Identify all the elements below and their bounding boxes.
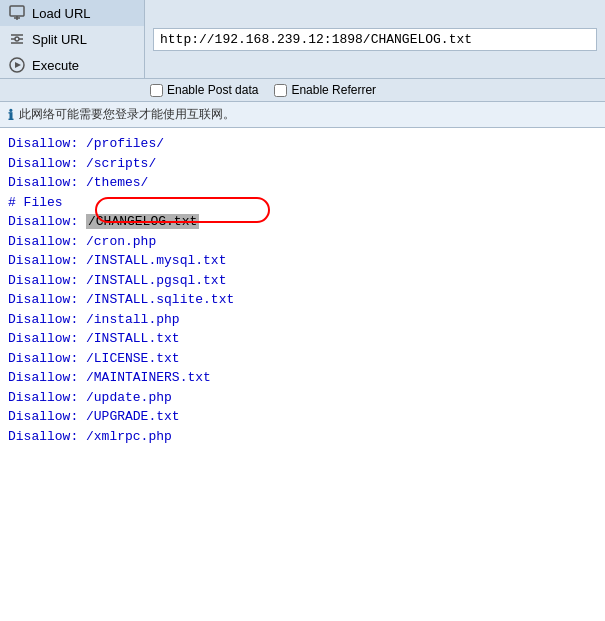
execute-icon <box>8 56 26 74</box>
info-message: 此网络可能需要您登录才能使用互联网。 <box>19 106 235 123</box>
app-container: Load URL Split URL <box>0 0 605 621</box>
svg-rect-0 <box>10 6 24 16</box>
url-input[interactable] <box>153 28 597 51</box>
content-line: Disallow: /profiles/ <box>8 134 597 154</box>
load-url-button[interactable]: Load URL <box>0 0 144 26</box>
content-line: Disallow: /xmlrpc.php <box>8 427 597 447</box>
split-url-button[interactable]: Split URL <box>0 26 144 52</box>
content-line: Disallow: /INSTALL.sqlite.txt <box>8 290 597 310</box>
toolbar: Load URL Split URL <box>0 0 605 79</box>
content-line: Disallow: /themes/ <box>8 173 597 193</box>
enable-post-data-checkbox[interactable] <box>150 84 163 97</box>
enable-referrer-text: Enable Referrer <box>291 83 376 97</box>
info-icon: ℹ <box>8 107 13 123</box>
svg-marker-5 <box>15 62 21 68</box>
content-line: Disallow: /CHANGELOG.txt <box>8 212 597 232</box>
content-line: Disallow: /UPGRADE.txt <box>8 407 597 427</box>
content-line: Disallow: /MAINTAINERS.txt <box>8 368 597 388</box>
url-area <box>145 0 605 78</box>
content-area: Disallow: /profiles/Disallow: /scripts/D… <box>0 128 605 621</box>
enable-referrer-checkbox[interactable] <box>274 84 287 97</box>
content-line: # Files <box>8 193 597 213</box>
content-line: Disallow: /LICENSE.txt <box>8 349 597 369</box>
highlighted-path: /CHANGELOG.txt <box>86 214 199 229</box>
content-line: Disallow: /install.php <box>8 310 597 330</box>
content-line: Disallow: /update.php <box>8 388 597 408</box>
split-url-icon <box>8 30 26 48</box>
enable-post-data-text: Enable Post data <box>167 83 258 97</box>
content-line: Disallow: /INSTALL.pgsql.txt <box>8 271 597 291</box>
info-bar: ℹ 此网络可能需要您登录才能使用互联网。 <box>0 102 605 128</box>
load-url-label: Load URL <box>32 6 91 21</box>
split-url-label: Split URL <box>32 32 87 47</box>
load-url-icon <box>8 4 26 22</box>
content-lines: Disallow: /profiles/Disallow: /scripts/D… <box>8 134 597 446</box>
options-bar: Enable Post data Enable Referrer <box>0 79 605 102</box>
content-line: Disallow: /cron.php <box>8 232 597 252</box>
execute-label: Execute <box>32 58 79 73</box>
enable-referrer-label[interactable]: Enable Referrer <box>274 83 376 97</box>
content-line: Disallow: /INSTALL.mysql.txt <box>8 251 597 271</box>
toolbar-buttons: Load URL Split URL <box>0 0 145 78</box>
content-line: Disallow: /INSTALL.txt <box>8 329 597 349</box>
enable-post-data-label[interactable]: Enable Post data <box>150 83 258 97</box>
content-line: Disallow: /scripts/ <box>8 154 597 174</box>
svg-point-3 <box>15 37 19 41</box>
execute-button[interactable]: Execute <box>0 52 144 78</box>
